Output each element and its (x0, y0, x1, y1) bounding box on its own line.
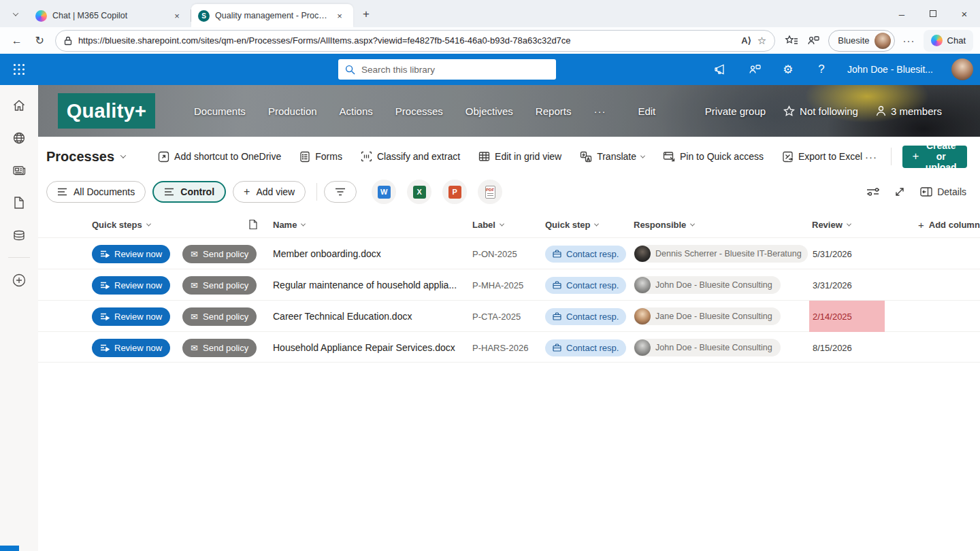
nav-overflow-icon[interactable]: ··· (593, 105, 606, 117)
responsible-person[interactable]: John Doe - Bluesite Consulting (634, 339, 781, 356)
nav-objectives[interactable]: Objectives (466, 105, 513, 117)
send-policy-button[interactable]: ✉ Send policy (182, 276, 257, 295)
view-filter-pill[interactable] (324, 181, 357, 203)
contact-resp-button[interactable]: Contact resp. (545, 308, 626, 325)
send-policy-button[interactable]: ✉ Send policy (182, 245, 257, 263)
review-now-button[interactable]: Review now (92, 276, 170, 295)
classify-extract-button[interactable]: Classify and extract (361, 151, 460, 162)
send-policy-button[interactable]: ✉ Send policy (182, 307, 257, 326)
translate-button[interactable]: Translate (580, 151, 644, 163)
contact-resp-button[interactable]: Contact resp. (545, 246, 626, 263)
nav-actions[interactable]: Actions (340, 105, 373, 117)
table-row[interactable]: Review now ✉ Send policy W Career Techni… (38, 300, 980, 331)
header-responsible[interactable]: Responsible (631, 220, 809, 230)
address-bar[interactable]: https://bluesite.sharepoint.com/sites/qm… (55, 30, 775, 52)
review-date-cell-overdue[interactable]: 2/14/2025 (809, 301, 915, 332)
my-sites-globe-icon[interactable] (12, 131, 26, 145)
window-minimize-button[interactable]: – (886, 0, 917, 27)
file-name[interactable]: Household Appliance Repair Services.docx (270, 342, 470, 353)
tab-m365-copilot[interactable]: Chat | M365 Copilot × (29, 4, 191, 27)
window-maximize-button[interactable] (917, 0, 949, 27)
export-excel-button[interactable]: Export to Excel (782, 151, 862, 163)
view-all-documents[interactable]: All Documents (46, 181, 146, 203)
details-pane-button[interactable]: Details (920, 186, 966, 197)
refresh-button[interactable]: ↻ (29, 31, 49, 51)
tab-search-button[interactable] (4, 4, 27, 24)
header-label[interactable]: Label (470, 220, 542, 230)
review-date-cell[interactable]: 3/31/2026 (809, 269, 915, 301)
favorites-bar-icon[interactable] (785, 35, 798, 47)
settings-overflow-icon[interactable]: ··· (903, 35, 915, 46)
table-row[interactable]: Review now ✉ Send policy W Household App… (38, 331, 980, 363)
add-column-button[interactable]: +Add column (915, 219, 980, 231)
back-button[interactable]: ← (7, 31, 27, 51)
library-search-box[interactable] (338, 59, 556, 80)
header-name[interactable]: Name (270, 220, 470, 230)
browser-essentials-icon[interactable] (806, 35, 820, 47)
copilot-chat-button[interactable]: Chat (924, 30, 973, 52)
window-close-button[interactable]: × (949, 0, 980, 27)
account-avatar[interactable] (951, 59, 973, 80)
nav-documents[interactable]: Documents (194, 105, 246, 117)
forms-button[interactable]: Forms (299, 151, 342, 163)
library-title-menu[interactable]: Processes (46, 149, 125, 165)
edit-grid-view-button[interactable]: Edit in grid view (478, 151, 561, 162)
nav-processes[interactable]: Processes (395, 105, 443, 117)
app-launcher-button[interactable] (10, 60, 29, 79)
read-aloud-icon[interactable]: A⟩ (741, 35, 751, 46)
home-icon[interactable] (12, 99, 26, 112)
help-icon[interactable]: ? (814, 63, 829, 76)
review-date-cell[interactable]: 5/31/2026 (809, 238, 915, 269)
create-site-plus-icon[interactable] (12, 273, 27, 288)
file-name[interactable]: Member onboarding.docx (270, 248, 470, 259)
responsible-person[interactable]: Jane Doe - Bluesite Consulting (634, 307, 781, 325)
header-file-type[interactable] (246, 219, 270, 230)
add-shortcut-onedrive-button[interactable]: Add shortcut to OneDrive (158, 151, 281, 163)
nav-reports[interactable]: Reports (536, 105, 572, 117)
table-row[interactable]: Review now ✉ Send policy W Member onboar… (38, 237, 980, 269)
tab-close-icon[interactable]: × (333, 9, 346, 22)
members-button[interactable]: 3 members (876, 105, 942, 117)
new-pdf-button[interactable]: PDF (478, 180, 502, 204)
megaphone-icon[interactable] (714, 63, 729, 76)
url-text[interactable]: https://bluesite.sharepoint.com/sites/qm… (78, 35, 735, 46)
create-or-upload-button[interactable]: + Create or upload (902, 146, 967, 168)
browser-profile-button[interactable]: Bluesite (828, 30, 894, 52)
new-excel-button[interactable]: X (407, 180, 431, 204)
library-search-input[interactable] (361, 65, 549, 75)
new-tab-button[interactable]: + (356, 5, 376, 24)
file-name[interactable]: Regular maintenance of household applia.… (270, 280, 470, 290)
expand-icon[interactable] (894, 186, 905, 197)
nav-edit-link[interactable]: Edit (638, 105, 655, 117)
contact-resp-button[interactable]: Contact resp. (545, 277, 626, 294)
responsible-person[interactable]: John Doe - Bluesite Consulting (634, 276, 781, 294)
add-view-button[interactable]: + Add view (233, 181, 306, 203)
send-policy-button[interactable]: ✉ Send policy (182, 339, 257, 357)
header-review[interactable]: Review (809, 220, 915, 230)
tab-quality-management[interactable]: S Quality management - Processes × (191, 4, 353, 27)
news-icon[interactable] (12, 164, 27, 177)
file-name[interactable]: Career Technical Education.docx (270, 311, 470, 322)
new-powerpoint-button[interactable]: P (442, 180, 467, 204)
header-quick-step[interactable]: Quick step (542, 220, 631, 230)
column-settings-icon[interactable] (866, 186, 879, 197)
header-quick-steps[interactable]: Quick steps (89, 220, 246, 230)
table-row[interactable]: Review now ✉ Send policy W Regular maint… (38, 269, 980, 300)
site-logo[interactable]: Quality+ (58, 93, 155, 129)
contact-resp-button[interactable]: Contact resp. (545, 339, 626, 356)
follow-button[interactable]: Not following (783, 105, 858, 117)
feedback-icon[interactable] (747, 63, 762, 76)
tab-close-icon[interactable]: × (170, 9, 184, 22)
my-files-icon[interactable] (13, 196, 25, 210)
nav-production[interactable]: Production (268, 105, 317, 117)
command-overflow-button[interactable]: ··· (862, 151, 880, 163)
view-control[interactable]: Control (152, 181, 226, 203)
review-date-cell[interactable]: 8/15/2026 (809, 332, 915, 363)
new-word-button[interactable]: W (372, 180, 396, 204)
account-name[interactable]: John Doe - Bluesit... (847, 64, 933, 75)
pin-quick-access-button[interactable]: Pin to Quick access (663, 151, 764, 162)
favorite-star-icon[interactable]: ☆ (757, 35, 766, 47)
lists-icon[interactable] (12, 229, 26, 242)
settings-gear-icon[interactable]: ⚙ (781, 63, 796, 77)
review-now-button[interactable]: Review now (92, 245, 170, 263)
